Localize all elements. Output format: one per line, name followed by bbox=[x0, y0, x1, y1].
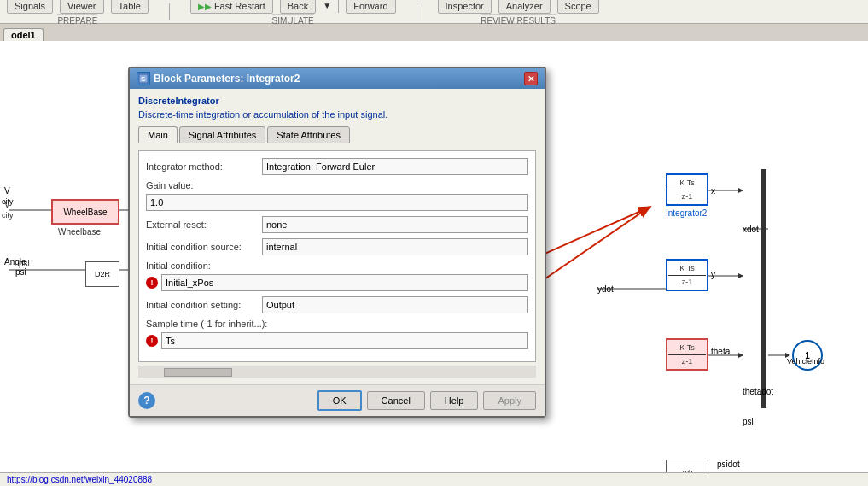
tab-model1[interactable]: odel1 bbox=[3, 28, 44, 41]
hscrollbar-thumb[interactable] bbox=[164, 368, 232, 377]
velocity-label: city bbox=[2, 197, 14, 206]
svg-text:city: city bbox=[2, 211, 14, 220]
ic-setting-label: Initial condition setting: bbox=[146, 300, 257, 310]
review-section-header: REVIEW RESULTS bbox=[481, 14, 556, 26]
d2r-text: D2R bbox=[95, 270, 110, 278]
integrator-method-label: Integrator method: bbox=[146, 161, 257, 172]
status-bar: https://blog.csdn.net/weixin_44020888 bbox=[0, 472, 868, 486]
dialog-description: Discrete-time integration or accumulatio… bbox=[138, 109, 536, 120]
external-reset-row: External reset: bbox=[146, 216, 528, 233]
ic-source-label: Initial condition source: bbox=[146, 242, 257, 252]
sample-time-error-icon: ! bbox=[146, 335, 158, 347]
dialog-tabs: Main Signal Attributes State Attributes bbox=[138, 126, 536, 143]
ic-error-icon: ! bbox=[146, 277, 158, 289]
toolbar-inspector-btn[interactable]: Inspector bbox=[438, 0, 492, 14]
toolbar-section-review: Inspector Analyzer Scope bbox=[438, 0, 599, 14]
toolbar-divider-1 bbox=[169, 3, 170, 20]
dialog-title-text: Block Parameters: Integrator2 bbox=[154, 73, 300, 85]
sep bbox=[338, 0, 339, 13]
prepare-section-header: PREPARE bbox=[57, 14, 97, 26]
ic-setting-input[interactable] bbox=[262, 296, 528, 313]
inty-kts-text: K Ts bbox=[679, 264, 694, 273]
ic-error-row: ! bbox=[146, 274, 528, 291]
sample-time-input[interactable] bbox=[161, 332, 528, 349]
toolbar-viewer-btn[interactable]: Viewer bbox=[60, 0, 103, 14]
dialog-form: Integrator method: Gain value: External … bbox=[138, 150, 536, 362]
v-port-label: V bbox=[4, 186, 10, 196]
inttheta-z1-text: z-1 bbox=[682, 357, 693, 366]
dialog-title-icon: S bbox=[137, 72, 150, 85]
toolbar-signals-btn[interactable]: Signals bbox=[7, 0, 53, 14]
toolbar-table-btn[interactable]: Table bbox=[111, 0, 149, 14]
back-arrow-icon: ▼ bbox=[323, 1, 331, 10]
integrator2-kts-text: K Ts bbox=[679, 179, 694, 188]
integrator-theta-block[interactable]: K Ts z-1 bbox=[666, 338, 708, 371]
psidot-label: psidot bbox=[717, 460, 740, 469]
ic-input[interactable] bbox=[161, 274, 528, 291]
help-icon-btn[interactable]: ? bbox=[138, 392, 155, 409]
apply-button[interactable]: Apply bbox=[483, 391, 536, 410]
inty-divider bbox=[668, 275, 706, 276]
sample-time-label: Sample time (-1 for inherit...): bbox=[146, 319, 528, 329]
sample-time-error-row: ! bbox=[146, 332, 528, 349]
simulate-section-header: SIMULATE bbox=[272, 14, 314, 26]
inty-z1-text: z-1 bbox=[682, 278, 693, 287]
d2r-block[interactable]: D2R bbox=[85, 261, 119, 287]
ic-source-row: Initial condition source: bbox=[146, 238, 528, 255]
dialog-hscrollbar[interactable] bbox=[138, 366, 536, 378]
main-area: V city psi bbox=[0, 41, 868, 486]
integrator2-block[interactable]: K Ts z-1 bbox=[666, 173, 708, 206]
toolbar-analyzer-btn[interactable]: Analyzer bbox=[498, 0, 551, 14]
toolbar-back-btn[interactable]: Back bbox=[280, 0, 316, 14]
toolbar-group-simulate: ▶▶ Fast Restart Back ▼ Forward SIMULATE bbox=[190, 0, 396, 26]
integrator-y-block[interactable]: K Ts z-1 bbox=[666, 259, 708, 291]
integrator-method-input[interactable] bbox=[262, 158, 528, 175]
wheelbase-sublabel: Wheelbase bbox=[58, 227, 101, 237]
toolbar-scope-btn[interactable]: Scope bbox=[557, 0, 599, 14]
gain-value-label: Gain value: bbox=[146, 180, 528, 190]
help-button[interactable]: Help bbox=[430, 391, 479, 410]
angle-label: Angle bbox=[4, 257, 26, 266]
status-url: https://blog.csdn.net/weixin_44020888 bbox=[7, 475, 152, 484]
toolbar-group-review: Inspector Analyzer Scope REVIEW RESULTS bbox=[438, 0, 599, 26]
x-label: x bbox=[711, 186, 715, 196]
dialog-tab-main[interactable]: Main bbox=[138, 126, 178, 143]
dialog-close-btn[interactable]: ✕ bbox=[524, 72, 538, 85]
toolbar-section-simulate: ▶▶ Fast Restart Back ▼ Forward bbox=[190, 0, 396, 14]
ydot-label: ydot bbox=[597, 284, 614, 294]
tab-bar: odel1 bbox=[0, 24, 868, 41]
psi-right-label: psi bbox=[743, 417, 754, 426]
dialog-type-label: DiscreteIntegrator bbox=[138, 96, 536, 106]
ic-source-input[interactable] bbox=[262, 238, 528, 255]
canvas-area[interactable]: V city psi bbox=[0, 41, 868, 486]
integrator-method-row: Integrator method: bbox=[146, 158, 528, 175]
xdot-label: xdot bbox=[743, 225, 759, 234]
vehicleinfo-circle[interactable]: 1 bbox=[792, 340, 823, 371]
dialog-tab-signal[interactable]: Signal Attributes bbox=[179, 126, 266, 143]
integrator2-label: Integrator2 bbox=[666, 208, 707, 218]
ok-button[interactable]: OK bbox=[317, 390, 362, 411]
cancel-button[interactable]: Cancel bbox=[367, 391, 425, 410]
toolbar: Signals Viewer Table PREPARE ▶▶ Fast Res… bbox=[0, 0, 868, 24]
svg-text:S: S bbox=[141, 75, 146, 83]
toolbar-forward-btn[interactable]: Forward bbox=[346, 0, 395, 14]
dialog-tab-state[interactable]: State Attributes bbox=[267, 126, 350, 143]
gain-value-input[interactable] bbox=[146, 194, 528, 211]
toolbar-divider-2 bbox=[417, 3, 417, 20]
ic-section-label: Initial condition: bbox=[146, 261, 528, 271]
y-label: y bbox=[711, 270, 715, 279]
dialog-buttons: ? OK Cancel Help Apply bbox=[130, 384, 545, 416]
psi-label: psi bbox=[15, 267, 26, 277]
integrator2-divider bbox=[668, 190, 706, 190]
dialog-body: DiscreteIntegrator Discrete-time integra… bbox=[130, 89, 545, 384]
vehicleinfo-label: VehicleInfo bbox=[787, 357, 824, 366]
integrator2-z1-text: z-1 bbox=[682, 192, 693, 202]
inttheta-kts-text: K Ts bbox=[679, 343, 694, 353]
wheelbase-block[interactable]: WheelBase bbox=[51, 199, 119, 225]
external-reset-input[interactable] bbox=[262, 216, 528, 233]
thetadot-label: thetadot bbox=[743, 387, 773, 396]
block-params-dialog: S Block Parameters: Integrator2 ✕ Discre… bbox=[128, 67, 546, 418]
external-reset-label: External reset: bbox=[146, 220, 257, 230]
toolbar-fastrestart-btn[interactable]: ▶▶ Fast Restart bbox=[190, 0, 273, 14]
dialog-titlebar: S Block Parameters: Integrator2 ✕ bbox=[130, 68, 545, 89]
